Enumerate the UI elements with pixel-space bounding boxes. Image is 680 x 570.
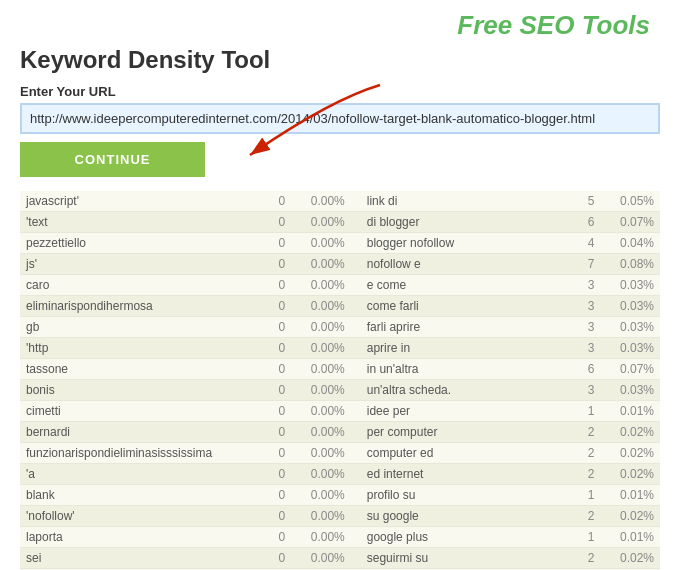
keyword2-cell: farli aprire xyxy=(351,317,565,338)
keyword1-cell: caro xyxy=(20,275,256,296)
percent1-cell: 0.00% xyxy=(291,317,350,338)
table-row: 'http 0 0.00% aprire in 3 0.03% xyxy=(20,338,660,359)
table-row: blank 0 0.00% profilo su 1 0.01% xyxy=(20,485,660,506)
percent1-cell: 0.00% xyxy=(291,464,350,485)
keyword2-cell: e come xyxy=(351,275,565,296)
percent2-cell: 0.03% xyxy=(601,380,661,401)
keyword1-cell: blank xyxy=(20,485,256,506)
page-title: Keyword Density Tool xyxy=(20,46,660,74)
count1-cell: 0 xyxy=(256,233,292,254)
percent1-cell: 0.00% xyxy=(291,296,350,317)
keyword1-cell: 'a xyxy=(20,464,256,485)
keyword2-cell: ed internet xyxy=(351,464,565,485)
table-row: javascript' 0 0.00% link di 5 0.05% xyxy=(20,191,660,212)
url-label: Enter Your URL xyxy=(20,84,660,99)
keyword1-cell: eliminarispondihermosa xyxy=(20,296,256,317)
keyword1-cell: pezzettiello xyxy=(20,233,256,254)
percent1-cell: 0.00% xyxy=(291,338,350,359)
count2-cell: 2 xyxy=(565,548,601,569)
percent1-cell: 0.00% xyxy=(291,443,350,464)
percent1-cell: 0.00% xyxy=(291,506,350,527)
count1-cell: 0 xyxy=(256,317,292,338)
percent1-cell: 0.00% xyxy=(291,422,350,443)
count2-cell: 2 xyxy=(565,464,601,485)
count1-cell: 0 xyxy=(256,401,292,422)
keyword2-cell: idee per xyxy=(351,401,565,422)
table-row: 'nofollow' 0 0.00% su google 2 0.02% xyxy=(20,506,660,527)
percent2-cell: 0.03% xyxy=(601,317,661,338)
results-table: javascript' 0 0.00% link di 5 0.05% 'tex… xyxy=(20,191,660,570)
percent2-cell: 0.02% xyxy=(601,464,661,485)
keyword2-cell: nofollow e xyxy=(351,254,565,275)
table-row: bonis 0 0.00% un'altra scheda. 3 0.03% xyxy=(20,380,660,401)
count2-cell: 5 xyxy=(565,191,601,212)
count1-cell: 0 xyxy=(256,464,292,485)
continue-button[interactable]: CONTINUE xyxy=(20,142,205,177)
count2-cell: 3 xyxy=(565,380,601,401)
keyword2-cell: per computer xyxy=(351,422,565,443)
percent1-cell: 0.00% xyxy=(291,212,350,233)
keyword2-cell: di blogger xyxy=(351,212,565,233)
count2-cell: 1 xyxy=(565,401,601,422)
keyword2-cell: un'altra scheda. xyxy=(351,380,565,401)
keyword1-cell: js' xyxy=(20,254,256,275)
count2-cell: 3 xyxy=(565,275,601,296)
url-input[interactable] xyxy=(20,103,660,134)
count1-cell: 0 xyxy=(256,506,292,527)
table-row: caro 0 0.00% e come 3 0.03% xyxy=(20,275,660,296)
count2-cell: 2 xyxy=(565,506,601,527)
keyword1-cell: sei xyxy=(20,548,256,569)
keyword2-cell: in un'altra xyxy=(351,359,565,380)
percent2-cell: 0.07% xyxy=(601,212,661,233)
percent2-cell: 0.02% xyxy=(601,506,661,527)
count1-cell: 0 xyxy=(256,527,292,548)
percent1-cell: 0.00% xyxy=(291,275,350,296)
keyword1-cell: javascript' xyxy=(20,191,256,212)
keyword1-cell: bonis xyxy=(20,380,256,401)
keyword2-cell: aprire in xyxy=(351,338,565,359)
table-row: cimetti 0 0.00% idee per 1 0.01% xyxy=(20,401,660,422)
keyword2-cell: su google xyxy=(351,506,565,527)
percent2-cell: 0.03% xyxy=(601,338,661,359)
table-row: sei 0 0.00% seguirmi su 2 0.02% xyxy=(20,548,660,569)
percent2-cell: 0.03% xyxy=(601,296,661,317)
table-row: funzionarispondieliminasisssissima 0 0.0… xyxy=(20,443,660,464)
table-row: 'a 0 0.00% ed internet 2 0.02% xyxy=(20,464,660,485)
count2-cell: 4 xyxy=(565,233,601,254)
keyword2-cell: come farli xyxy=(351,296,565,317)
keyword2-cell: blogger nofollow xyxy=(351,233,565,254)
count2-cell: 1 xyxy=(565,485,601,506)
count1-cell: 0 xyxy=(256,485,292,506)
count1-cell: 0 xyxy=(256,548,292,569)
percent1-cell: 0.00% xyxy=(291,527,350,548)
count2-cell: 3 xyxy=(565,317,601,338)
percent1-cell: 0.00% xyxy=(291,401,350,422)
keyword1-cell: tassone xyxy=(20,359,256,380)
percent1-cell: 0.00% xyxy=(291,191,350,212)
percent1-cell: 0.00% xyxy=(291,233,350,254)
count1-cell: 0 xyxy=(256,275,292,296)
percent1-cell: 0.00% xyxy=(291,548,350,569)
percent2-cell: 0.01% xyxy=(601,527,661,548)
percent1-cell: 0.00% xyxy=(291,380,350,401)
count1-cell: 0 xyxy=(256,338,292,359)
page-wrapper: Free SEO Tools Keyword Density Tool Ente… xyxy=(0,0,680,570)
percent2-cell: 0.05% xyxy=(601,191,661,212)
count1-cell: 0 xyxy=(256,212,292,233)
free-seo-heading: Free SEO Tools xyxy=(457,10,650,41)
keyword1-cell: bernardi xyxy=(20,422,256,443)
count2-cell: 3 xyxy=(565,338,601,359)
count2-cell: 6 xyxy=(565,212,601,233)
keyword1-cell: laporta xyxy=(20,527,256,548)
keyword2-cell: google plus xyxy=(351,527,565,548)
keyword1-cell: cimetti xyxy=(20,401,256,422)
count1-cell: 0 xyxy=(256,296,292,317)
table-row: gb 0 0.00% farli aprire 3 0.03% xyxy=(20,317,660,338)
count2-cell: 3 xyxy=(565,296,601,317)
keyword1-cell: gb xyxy=(20,317,256,338)
table-row: bernardi 0 0.00% per computer 2 0.02% xyxy=(20,422,660,443)
keyword2-cell: link di xyxy=(351,191,565,212)
percent2-cell: 0.02% xyxy=(601,422,661,443)
count2-cell: 1 xyxy=(565,527,601,548)
count1-cell: 0 xyxy=(256,254,292,275)
